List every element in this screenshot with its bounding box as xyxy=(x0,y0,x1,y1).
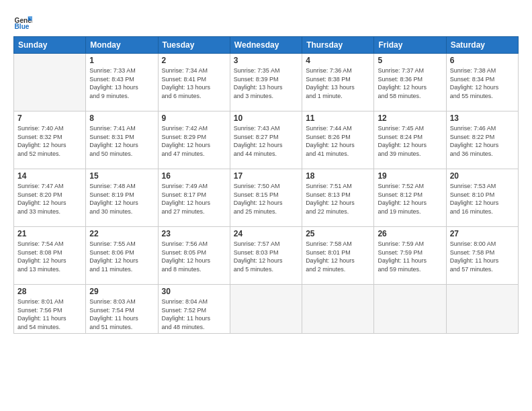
day-number: 21 xyxy=(17,229,82,238)
day-info: Sunrise: 7:44 AM Sunset: 8:26 PM Dayligh… xyxy=(306,124,370,158)
day-info: Sunrise: 8:00 AM Sunset: 7:58 PM Dayligh… xyxy=(450,240,515,273)
weekday-tuesday: Tuesday xyxy=(158,37,230,54)
weekday-saturday: Saturday xyxy=(446,37,518,54)
calendar-cell: 12Sunrise: 7:45 AM Sunset: 8:24 PM Dayli… xyxy=(374,111,446,169)
calendar-cell: 22Sunrise: 7:55 AM Sunset: 8:06 PM Dayli… xyxy=(86,227,158,285)
day-info: Sunrise: 7:53 AM Sunset: 8:10 PM Dayligh… xyxy=(450,182,515,216)
day-number: 1 xyxy=(89,56,154,65)
calendar-cell: 7Sunrise: 7:40 AM Sunset: 8:32 PM Daylig… xyxy=(14,111,86,169)
calendar-cell: 23Sunrise: 7:56 AM Sunset: 8:05 PM Dayli… xyxy=(158,227,230,285)
day-number: 29 xyxy=(89,287,154,296)
weekday-monday: Monday xyxy=(86,37,158,54)
day-info: Sunrise: 7:36 AM Sunset: 8:38 PM Dayligh… xyxy=(306,66,370,100)
day-info: Sunrise: 7:40 AM Sunset: 8:32 PM Dayligh… xyxy=(17,124,82,158)
day-info: Sunrise: 8:04 AM Sunset: 7:52 PM Dayligh… xyxy=(162,298,226,331)
day-number: 19 xyxy=(378,171,442,181)
day-info: Sunrise: 8:03 AM Sunset: 7:54 PM Dayligh… xyxy=(89,298,154,331)
day-number: 22 xyxy=(89,229,154,238)
day-number: 28 xyxy=(17,287,82,296)
day-number: 16 xyxy=(162,171,226,181)
day-number: 5 xyxy=(378,56,442,65)
day-info: Sunrise: 8:01 AM Sunset: 7:56 PM Dayligh… xyxy=(17,298,82,331)
day-info: Sunrise: 7:49 AM Sunset: 8:17 PM Dayligh… xyxy=(162,182,226,216)
calendar-cell: 14Sunrise: 7:47 AM Sunset: 8:20 PM Dayli… xyxy=(14,169,86,227)
logo-icon: General Blue xyxy=(13,12,32,31)
day-info: Sunrise: 7:51 AM Sunset: 8:13 PM Dayligh… xyxy=(306,182,370,216)
logo: General Blue xyxy=(13,12,36,31)
day-info: Sunrise: 7:52 AM Sunset: 8:12 PM Dayligh… xyxy=(378,182,442,216)
calendar-cell xyxy=(230,285,302,334)
day-number: 20 xyxy=(450,171,515,181)
weekday-header-row: SundayMondayTuesdayWednesdayThursdayFrid… xyxy=(14,37,519,54)
day-number: 25 xyxy=(306,229,370,238)
day-number: 3 xyxy=(234,56,298,65)
calendar-cell: 18Sunrise: 7:51 AM Sunset: 8:13 PM Dayli… xyxy=(302,169,374,227)
calendar: SundayMondayTuesdayWednesdayThursdayFrid… xyxy=(13,36,519,334)
day-info: Sunrise: 7:46 AM Sunset: 8:22 PM Dayligh… xyxy=(450,124,515,158)
day-number: 4 xyxy=(306,56,370,65)
svg-text:Blue: Blue xyxy=(15,23,30,30)
day-number: 12 xyxy=(378,113,442,123)
weekday-friday: Friday xyxy=(374,37,446,54)
calendar-cell: 3Sunrise: 7:35 AM Sunset: 8:39 PM Daylig… xyxy=(230,54,302,111)
calendar-cell xyxy=(302,285,374,334)
day-number: 23 xyxy=(162,229,226,238)
day-info: Sunrise: 7:47 AM Sunset: 8:20 PM Dayligh… xyxy=(17,182,82,216)
day-number: 15 xyxy=(89,171,154,181)
day-info: Sunrise: 7:57 AM Sunset: 8:03 PM Dayligh… xyxy=(234,240,298,273)
calendar-cell: 5Sunrise: 7:37 AM Sunset: 8:36 PM Daylig… xyxy=(374,54,446,111)
calendar-cell: 11Sunrise: 7:44 AM Sunset: 8:26 PM Dayli… xyxy=(302,111,374,169)
day-number: 30 xyxy=(162,287,226,296)
day-info: Sunrise: 7:59 AM Sunset: 7:59 PM Dayligh… xyxy=(378,240,442,273)
day-number: 24 xyxy=(234,229,298,238)
weekday-thursday: Thursday xyxy=(302,37,374,54)
calendar-cell: 8Sunrise: 7:41 AM Sunset: 8:31 PM Daylig… xyxy=(86,111,158,169)
day-number: 7 xyxy=(17,113,82,123)
calendar-cell: 27Sunrise: 8:00 AM Sunset: 7:58 PM Dayli… xyxy=(446,227,518,285)
day-info: Sunrise: 7:50 AM Sunset: 8:15 PM Dayligh… xyxy=(234,182,298,216)
calendar-cell: 16Sunrise: 7:49 AM Sunset: 8:17 PM Dayli… xyxy=(158,169,230,227)
day-number: 11 xyxy=(306,113,370,123)
day-info: Sunrise: 7:48 AM Sunset: 8:19 PM Dayligh… xyxy=(89,182,154,216)
day-number: 8 xyxy=(89,113,154,123)
day-info: Sunrise: 7:43 AM Sunset: 8:27 PM Dayligh… xyxy=(234,124,298,158)
calendar-cell: 24Sunrise: 7:57 AM Sunset: 8:03 PM Dayli… xyxy=(230,227,302,285)
day-number: 6 xyxy=(450,56,515,65)
calendar-cell: 19Sunrise: 7:52 AM Sunset: 8:12 PM Dayli… xyxy=(374,169,446,227)
calendar-cell: 2Sunrise: 7:34 AM Sunset: 8:41 PM Daylig… xyxy=(158,54,230,111)
calendar-cell xyxy=(14,54,86,111)
calendar-cell: 13Sunrise: 7:46 AM Sunset: 8:22 PM Dayli… xyxy=(446,111,518,169)
calendar-cell: 1Sunrise: 7:33 AM Sunset: 8:43 PM Daylig… xyxy=(86,54,158,111)
calendar-cell: 28Sunrise: 8:01 AM Sunset: 7:56 PM Dayli… xyxy=(14,285,86,334)
day-info: Sunrise: 7:35 AM Sunset: 8:39 PM Dayligh… xyxy=(234,66,298,100)
weekday-wednesday: Wednesday xyxy=(230,37,302,54)
calendar-cell xyxy=(374,285,446,334)
day-info: Sunrise: 7:38 AM Sunset: 8:34 PM Dayligh… xyxy=(450,66,515,100)
day-info: Sunrise: 7:33 AM Sunset: 8:43 PM Dayligh… xyxy=(89,66,154,100)
day-info: Sunrise: 7:37 AM Sunset: 8:36 PM Dayligh… xyxy=(378,66,442,100)
weekday-sunday: Sunday xyxy=(14,37,86,54)
day-number: 27 xyxy=(450,229,515,238)
day-number: 13 xyxy=(450,113,515,123)
day-info: Sunrise: 7:34 AM Sunset: 8:41 PM Dayligh… xyxy=(162,66,226,100)
day-info: Sunrise: 7:41 AM Sunset: 8:31 PM Dayligh… xyxy=(89,124,154,158)
calendar-cell: 4Sunrise: 7:36 AM Sunset: 8:38 PM Daylig… xyxy=(302,54,374,111)
day-info: Sunrise: 7:45 AM Sunset: 8:24 PM Dayligh… xyxy=(378,124,442,158)
day-info: Sunrise: 7:54 AM Sunset: 8:08 PM Dayligh… xyxy=(17,240,82,273)
calendar-cell: 29Sunrise: 8:03 AM Sunset: 7:54 PM Dayli… xyxy=(86,285,158,334)
calendar-cell: 20Sunrise: 7:53 AM Sunset: 8:10 PM Dayli… xyxy=(446,169,518,227)
day-number: 10 xyxy=(234,113,298,123)
day-number: 18 xyxy=(306,171,370,181)
calendar-cell: 25Sunrise: 7:58 AM Sunset: 8:01 PM Dayli… xyxy=(302,227,374,285)
day-number: 9 xyxy=(162,113,226,123)
day-number: 2 xyxy=(162,56,226,65)
calendar-cell: 10Sunrise: 7:43 AM Sunset: 8:27 PM Dayli… xyxy=(230,111,302,169)
day-number: 26 xyxy=(378,229,442,238)
calendar-cell: 9Sunrise: 7:42 AM Sunset: 8:29 PM Daylig… xyxy=(158,111,230,169)
day-number: 17 xyxy=(234,171,298,181)
page: General Blue SundayMondayTuesdayWednesda… xyxy=(0,0,532,411)
day-info: Sunrise: 7:55 AM Sunset: 8:06 PM Dayligh… xyxy=(89,240,154,273)
calendar-cell: 17Sunrise: 7:50 AM Sunset: 8:15 PM Dayli… xyxy=(230,169,302,227)
day-number: 14 xyxy=(17,171,82,181)
day-info: Sunrise: 7:58 AM Sunset: 8:01 PM Dayligh… xyxy=(306,240,370,273)
